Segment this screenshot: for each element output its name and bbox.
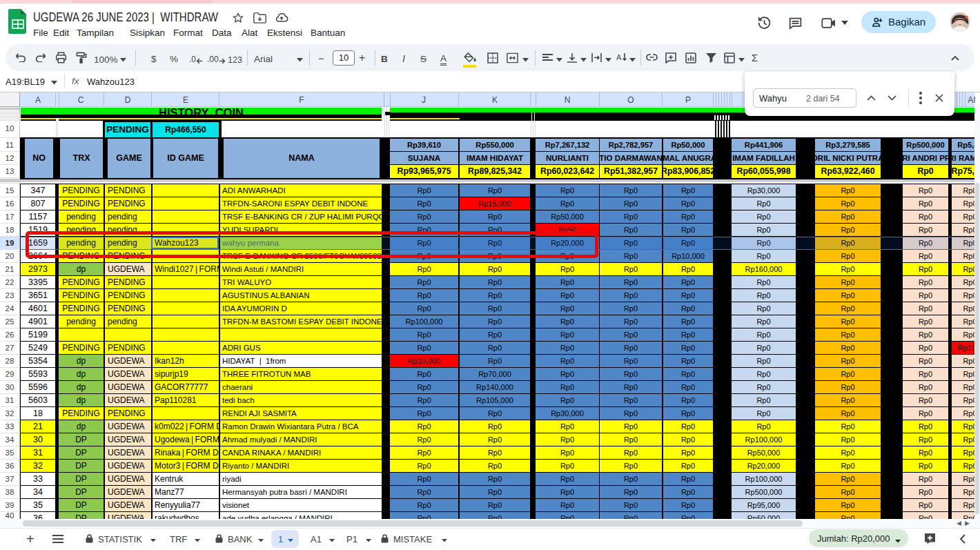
svg-text:A: A [616,53,622,61]
